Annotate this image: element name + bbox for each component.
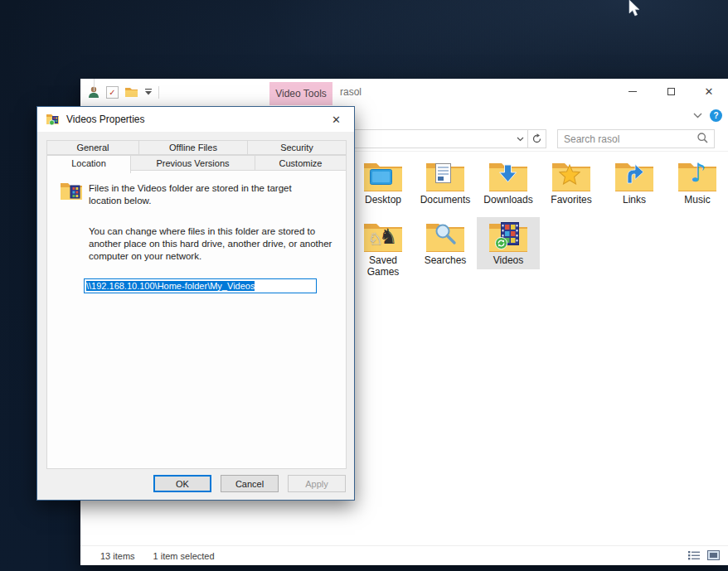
toolbar-separator [94,79,95,91]
window-title: rasol [340,79,362,105]
search-input[interactable] [558,133,697,145]
location-intro-text: Files in the Videos folder are stored in… [89,182,296,207]
downloads-folder-icon [477,160,540,193]
dialog-tabs: General Offline Files Security Location … [46,140,347,173]
links-folder-icon [603,160,666,193]
file-item-links[interactable]: Links [603,160,666,206]
tab-row-top: General Offline Files Security [46,140,347,155]
refresh-button[interactable] [528,129,546,148]
file-item-searches[interactable]: Searches [414,220,477,267]
window-controls: ✕ [614,79,728,104]
file-item-favorites[interactable]: Favorites [540,160,603,206]
maximize-button[interactable] [652,79,690,104]
location-tab-page: Files in the Videos folder are stored in… [46,170,347,469]
selected-path-text: \\192.168.10.100\Home-folder\My_Videos [86,281,255,291]
large-icons-view-icon[interactable] [707,550,720,562]
tab-customize[interactable]: Customize [255,155,347,171]
search-icon[interactable] [697,132,708,147]
sync-badge-icon [495,237,507,253]
close-button[interactable]: ✕ [690,79,728,104]
videos-properties-icon [46,113,60,127]
selection-count: 1 item selected [153,551,215,561]
refresh-icon [531,133,542,144]
quick-access-toolbar: ✓ [87,79,159,105]
file-item-music[interactable]: ♪ Music [666,160,728,206]
apply-button[interactable]: Apply [288,475,346,492]
video-tools-contextual-tab[interactable]: Video Tools [269,82,332,105]
tab-location[interactable]: Location [46,155,131,173]
status-bar: 13 items 1 item selected [80,545,728,565]
file-item-downloads[interactable]: Downloads [477,160,540,206]
address-dropdown-chevron-icon[interactable] [517,137,524,142]
customize-toolbar-chevron-icon[interactable] [144,89,153,95]
minimize-button[interactable] [614,79,652,104]
favorites-folder-icon [540,160,603,193]
file-item-saved-games[interactable]: ♘ ♞ Saved Games [352,220,415,278]
tab-offline-files[interactable]: Offline Files [138,140,248,155]
file-item-documents[interactable]: Documents [414,160,477,206]
toolbar-separator [158,86,159,99]
tab-general[interactable]: General [46,140,139,155]
dialog-title: Videos Properties [66,114,145,125]
ok-button[interactable]: OK [153,475,211,492]
videos-folder-icon [477,220,540,254]
desktop-folder-icon [352,160,415,193]
title-bar: ✓ Video Tools rasol ✕ [80,79,728,105]
cancel-button[interactable]: Cancel [221,475,279,492]
dialog-buttons: OK Cancel Apply [153,475,346,492]
videos-folder-small-icon [60,181,83,202]
searches-folder-icon [414,220,477,254]
location-description-text: You can change where files in this folde… [89,225,336,264]
search-box[interactable] [557,129,715,148]
target-path-input[interactable]: \\192.168.10.100\Home-folder\My_Videos [84,278,317,293]
properties-icon[interactable]: ✓ [106,86,119,99]
videos-properties-dialog: Videos Properties ✕ General Offline File… [36,106,355,501]
mouse-cursor [629,0,643,22]
documents-folder-icon [414,160,477,193]
details-view-icon[interactable] [688,550,701,562]
new-folder-icon[interactable] [124,86,138,98]
file-item-desktop[interactable]: Desktop [352,160,415,206]
file-item-videos[interactable]: Videos [477,217,540,269]
ribbon-collapse-chevron-icon[interactable] [693,113,702,119]
dialog-title-bar: Videos Properties ✕ [37,107,354,132]
dialog-close-icon[interactable]: ✕ [327,112,346,128]
tab-previous-versions[interactable]: Previous Versions [130,155,255,171]
music-folder-icon: ♪ [666,160,728,193]
saved-games-folder-icon: ♘ ♞ [352,220,415,254]
tab-security[interactable]: Security [247,140,347,155]
help-icon[interactable]: ? [710,109,722,122]
items-count: 13 items [100,551,135,561]
